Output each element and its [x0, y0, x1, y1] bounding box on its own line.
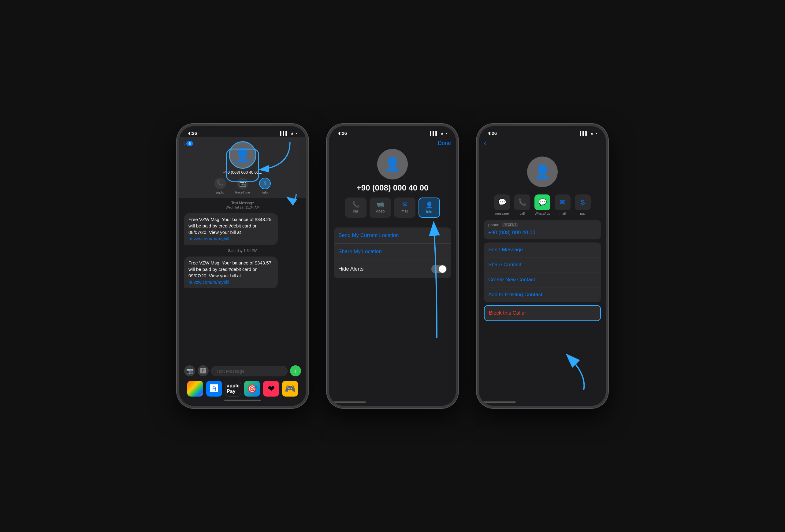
create-contact-option[interactable]: Create New Contact	[484, 272, 601, 287]
audio-icon-circle[interactable]: 📞	[214, 178, 226, 189]
phone2: 4:26 ▌▌▌ ▲ ▪ Done 👤 +90 (008) 000 40 00	[327, 124, 458, 408]
msg-date-2: Saturday 1:34 PM	[184, 248, 301, 253]
send-button[interactable]: ↑	[290, 365, 301, 376]
send-location-option[interactable]: Send My Current Location	[334, 228, 451, 244]
contact-avatar-3: 👤	[527, 157, 558, 187]
person-icon-3: 👤	[534, 164, 551, 180]
hide-alerts-row: Hide Alerts	[334, 260, 451, 278]
status-bar-2: 4:26 ▌▌▌ ▲ ▪	[329, 126, 456, 137]
info-label: info	[262, 190, 268, 194]
status-bar-1: 4:26 ▌▌▌ ▲ ▪	[179, 126, 306, 137]
find-my-icon[interactable]: 🎯	[244, 381, 260, 397]
status-icons-3: ▌▌▌ ▲ ▪	[580, 131, 597, 135]
share-contact-option[interactable]: Share Contact	[484, 258, 601, 272]
mail-action-label: mail	[560, 212, 566, 215]
message-action-label: message	[495, 212, 509, 215]
video-action-btn[interactable]: 📹 video	[370, 197, 391, 218]
whatsapp-contact-action[interactable]: 💬 WhatsApp	[534, 194, 550, 215]
message-input[interactable]: Text Message	[211, 366, 287, 376]
audio-action[interactable]: 📞 audio	[214, 178, 226, 194]
status-icons-2: ▌▌▌ ▲ ▪	[430, 131, 447, 135]
heart-icon[interactable]: ❤	[263, 381, 279, 397]
block-caller-option[interactable]: Block this Caller	[485, 306, 600, 320]
back-arrow[interactable]: ‹	[484, 139, 486, 148]
whatsapp-action-label: WhatsApp	[535, 212, 550, 215]
share-location-option[interactable]: Share My Location	[334, 244, 451, 260]
call-contact-action[interactable]: 📞 call	[514, 194, 530, 215]
apps-button[interactable]: 🅰	[198, 365, 209, 376]
home-indicator-2	[329, 401, 366, 403]
battery-icon-3: ▪	[596, 131, 597, 135]
signal-icon-3: ▌▌▌	[580, 131, 588, 135]
action-buttons-row: 📞 call 📹 video ✉ mail 👤	[345, 197, 440, 218]
pay-action-circle[interactable]: $	[575, 194, 591, 210]
phone1-screen: 4:26 ▌▌▌ ▲ ▪ ‹ 6 👤	[179, 126, 306, 406]
mail-action-btn[interactable]: ✉ mail	[394, 197, 415, 218]
send-message-option[interactable]: Send Message	[484, 242, 601, 258]
info-action-btn[interactable]: 👤 info	[419, 197, 440, 218]
phone-section-header: phone RECENT	[484, 220, 601, 229]
status-time-3: 4:26	[488, 131, 497, 136]
call-label: call	[353, 209, 358, 213]
add-existing-option[interactable]: Add to Existing Contact	[484, 287, 601, 302]
info-btn-label: info	[426, 210, 432, 214]
camera-button[interactable]: 📷	[184, 365, 195, 376]
phone-label: phone	[488, 222, 499, 227]
applepay-icon[interactable]: applePay	[225, 381, 241, 397]
contact-action-icons: 💬 message 📞 call 💬 WhatsApp ✉	[494, 194, 591, 215]
mail-icon: ✉	[402, 201, 407, 208]
wifi-icon-2: ▲	[440, 131, 444, 135]
pay-contact-action[interactable]: $ pay	[575, 194, 591, 215]
phone-number-large: +90 (008) 000 40 00	[357, 183, 429, 193]
phone-number-display[interactable]: +90 (008) 000 40 00	[484, 229, 601, 239]
person-icon-2: 👤	[384, 156, 401, 172]
phone2-header: Done 👤 +90 (008) 000 40 00 📞 call 📹	[329, 137, 456, 228]
status-time-1: 4:26	[188, 131, 197, 136]
battery-icon-2: ▪	[446, 131, 447, 135]
mail-action-circle[interactable]: ✉	[555, 194, 571, 210]
phone2-wrapper: 4:26 ▌▌▌ ▲ ▪ Done 👤 +90 (008) 000 40 00	[327, 124, 458, 408]
status-time-2: 4:26	[338, 131, 347, 136]
whatsapp-action-circle[interactable]: 💬	[534, 194, 550, 210]
info-icon-circle[interactable]: ℹ	[259, 178, 271, 189]
photos-icon[interactable]	[187, 381, 203, 397]
wifi-icon-3: ▲	[590, 131, 594, 135]
phone2-screen: 4:26 ▌▌▌ ▲ ▪ Done 👤 +90 (008) 000 40 00	[329, 126, 456, 406]
badge-number: 6	[186, 141, 193, 146]
info-btn-icon: 👤	[426, 201, 433, 209]
call-action-label: call	[520, 212, 525, 215]
msg-date-1: Text MessageWed, Jul 22, 11:34 AM	[184, 201, 301, 209]
toggle-thumb	[439, 265, 446, 273]
call-action-btn[interactable]: 📞 call	[345, 197, 366, 218]
dock: 🅰 applePay 🎯 ❤ 🎮	[184, 379, 301, 398]
call-icon: 📞	[352, 201, 360, 208]
contact-info-center: 👤 💬 message 📞 call 💬 Wha	[479, 151, 606, 220]
message-contact-action[interactable]: 💬 message	[494, 194, 510, 215]
phone-section: phone RECENT +90 (008) 000 40 00	[484, 220, 601, 239]
phone3: 4:26 ▌▌▌ ▲ ▪ ‹ 👤	[477, 124, 608, 408]
video-label: video	[376, 209, 385, 213]
block-section: Block this Caller	[484, 305, 601, 321]
phone1-bottom: 📷 🅰 Text Message ↑ 🅰 applePay 🎯 ❤ 🎮	[179, 362, 306, 406]
phone3-wrapper: 4:26 ▌▌▌ ▲ ▪ ‹ 👤	[477, 124, 608, 408]
message-input-placeholder: Text Message	[216, 368, 245, 374]
call-action-circle[interactable]: 📞	[514, 194, 530, 210]
scene: 4:26 ▌▌▌ ▲ ▪ ‹ 6 👤	[177, 124, 608, 408]
done-button[interactable]: Done	[438, 140, 451, 147]
game-icon[interactable]: 🎮	[282, 381, 298, 397]
appstore-icon[interactable]: 🅰	[206, 381, 222, 397]
signal-icon-2: ▌▌▌	[430, 131, 438, 135]
home-indicator-3	[479, 401, 516, 403]
location-options-group: Send My Current Location Share My Locati…	[334, 228, 451, 278]
signal-icon: ▌▌▌	[280, 131, 288, 135]
phone3-screen: 4:26 ▌▌▌ ▲ ▪ ‹ 👤	[479, 126, 606, 406]
phone1: 4:26 ▌▌▌ ▲ ▪ ‹ 6 👤	[177, 124, 308, 408]
hide-alerts-toggle[interactable]	[431, 265, 447, 273]
vzw-link-2[interactable]: m.vzw.com/m/mybill	[188, 280, 229, 285]
mail-contact-action[interactable]: ✉ mail	[555, 194, 571, 215]
info-action[interactable]: ℹ info	[259, 178, 271, 194]
contact-avatar-2: 👤	[377, 149, 408, 180]
vzw-link-1[interactable]: m.vzw.com/m/mybill	[188, 236, 229, 241]
back-badge[interactable]: ‹ 6	[183, 141, 193, 146]
message-action-circle[interactable]: 💬	[494, 194, 510, 210]
